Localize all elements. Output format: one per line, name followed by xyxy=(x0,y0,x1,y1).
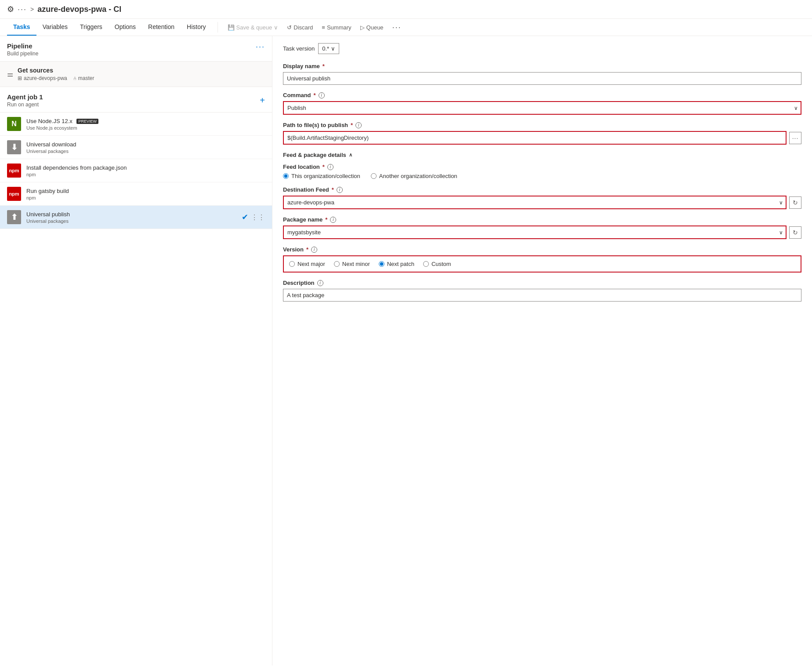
task-version-value: 0.* xyxy=(322,45,329,52)
top-bar: ⚙ ··· > azure-devops-pwa - CI xyxy=(0,0,812,19)
feed-location-another-org[interactable]: Another organization/collection xyxy=(371,173,457,179)
queue-button[interactable]: ▷ Queue xyxy=(356,22,388,33)
version-next-patch-radio[interactable] xyxy=(379,261,384,267)
feed-package-section: Feed & package details ∧ Feed location *… xyxy=(283,152,801,302)
path-to-files-input[interactable] xyxy=(283,131,787,145)
feed-location-required: * xyxy=(323,164,325,170)
description-label: Description i xyxy=(283,280,801,286)
display-name-input[interactable] xyxy=(283,72,801,85)
feed-location-label: Feed location * i xyxy=(283,164,801,170)
task-item-gatsby-build[interactable]: npm Run gatsby build npm xyxy=(0,182,272,206)
save-queue-chevron: ∨ xyxy=(274,24,278,31)
command-required: * xyxy=(314,92,316,98)
add-task-button[interactable]: + xyxy=(260,95,265,105)
feed-location-this-org[interactable]: This organization/collection xyxy=(283,173,360,179)
universal-publish-task-subtitle: Universal packages xyxy=(26,218,236,224)
command-label: Command * i xyxy=(283,92,801,98)
tab-variables[interactable]: Variables xyxy=(36,19,74,36)
task-version-row: Task version 0.* ∨ xyxy=(283,43,801,54)
destination-feed-refresh-button[interactable]: ↻ xyxy=(789,196,801,209)
feed-location-this-org-radio[interactable] xyxy=(283,173,289,179)
version-next-minor[interactable]: Next minor xyxy=(334,261,370,267)
version-label: Version * i xyxy=(283,246,801,253)
feed-package-section-header[interactable]: Feed & package details ∧ xyxy=(283,152,801,158)
tab-triggers[interactable]: Triggers xyxy=(74,19,109,36)
package-name-refresh-button[interactable]: ↻ xyxy=(789,226,801,239)
path-more-button[interactable]: ··· xyxy=(789,132,801,144)
discard-button[interactable]: ↺ Discard xyxy=(283,22,317,33)
pipeline-title: Pipeline xyxy=(7,42,38,50)
task-actions: ✔ ⋮⋮ xyxy=(242,212,265,222)
display-name-required: * xyxy=(323,63,325,69)
feed-location-group: Feed location * i This organization/coll… xyxy=(283,164,801,179)
pkg-name-info-icon[interactable]: i xyxy=(330,217,336,223)
version-next-minor-radio[interactable] xyxy=(334,261,340,267)
dest-feed-info-icon[interactable]: i xyxy=(337,187,343,193)
install-deps-task-subtitle: npm xyxy=(26,172,265,177)
nav-more-button[interactable]: ··· xyxy=(388,20,406,35)
version-next-major-radio[interactable] xyxy=(289,261,295,267)
get-sources-label: Get sources xyxy=(18,67,94,74)
feed-location-info-icon[interactable]: i xyxy=(327,164,334,170)
get-sources-section[interactable]: ⚌ Get sources ⊞ azure-devops-pwa ⑃ maste… xyxy=(0,62,272,87)
description-info-icon[interactable]: i xyxy=(317,280,323,286)
branch-name: master xyxy=(78,75,94,81)
command-select[interactable]: Publish Download xyxy=(283,101,801,115)
command-group: Command * i Publish Download ∨ xyxy=(283,92,801,115)
tab-tasks[interactable]: Tasks xyxy=(7,19,36,36)
version-custom-radio[interactable] xyxy=(423,261,429,267)
tab-history[interactable]: History xyxy=(181,19,212,36)
repo-meta: ⊞ azure-devops-pwa xyxy=(18,75,67,81)
version-custom[interactable]: Custom xyxy=(423,261,451,267)
package-name-group: Package name * i mygatsbysite ∨ ↻ xyxy=(283,216,801,239)
branch-meta: ⑃ master xyxy=(73,75,94,81)
version-next-major[interactable]: Next major xyxy=(289,261,325,267)
save-queue-button[interactable]: 💾 Save & queue ∨ xyxy=(223,22,283,33)
save-icon: 💾 xyxy=(228,24,235,31)
task-version-select[interactable]: 0.* ∨ xyxy=(318,43,339,54)
command-info-icon[interactable]: i xyxy=(319,92,325,98)
universal-publish-task-name: Universal publish xyxy=(26,211,236,218)
pkg-name-required: * xyxy=(325,216,327,223)
description-group: Description i xyxy=(283,280,801,302)
version-next-patch[interactable]: Next patch xyxy=(379,261,414,267)
path-input-wrap: ··· xyxy=(283,131,801,145)
destination-feed-select[interactable]: azure-devops-pwa xyxy=(283,196,787,209)
nav-divider xyxy=(218,22,218,33)
task-item-nodejs[interactable]: N Use Node.JS 12.x PREVIEW Use Node.js e… xyxy=(0,113,272,136)
section-chevron-icon: ∧ xyxy=(349,152,352,158)
breadcrumb-dots[interactable]: ··· xyxy=(18,5,27,14)
pipeline-dots-button[interactable]: ··· xyxy=(256,42,265,51)
command-select-wrap: Publish Download ∨ xyxy=(283,101,801,115)
destination-feed-label: Destination Feed * i xyxy=(283,186,801,193)
nodejs-task-subtitle: Use Node.js ecosystem xyxy=(26,125,265,131)
gatsby-build-icon: npm xyxy=(7,187,21,201)
repo-icon: ⊞ xyxy=(18,75,22,81)
package-name-select[interactable]: mygatsbysite xyxy=(283,225,787,239)
feed-location-another-org-radio[interactable] xyxy=(371,173,377,179)
get-sources-info: Get sources ⊞ azure-devops-pwa ⑃ master xyxy=(18,67,94,81)
pipeline-info: Pipeline Build pipeline xyxy=(7,42,38,57)
task-item-universal-publish[interactable]: ⬆ Universal publish Universal packages ✔… xyxy=(0,206,272,229)
task-item-install-deps[interactable]: npm Install dependencies from package.js… xyxy=(0,159,272,182)
nav-tabs: Tasks Variables Triggers Options Retenti… xyxy=(0,19,812,36)
package-name-label: Package name * i xyxy=(283,216,801,223)
page-title: azure-devops-pwa - CI xyxy=(37,5,121,14)
universal-download-icon: ⬇ xyxy=(7,140,21,154)
nodejs-task-name: Use Node.JS 12.x PREVIEW xyxy=(26,118,265,124)
tab-options[interactable]: Options xyxy=(109,19,142,36)
task-version-label: Task version xyxy=(283,45,315,52)
destination-feed-wrap: azure-devops-pwa ∨ ↻ xyxy=(283,196,801,209)
task-grip-icon: ⋮⋮ xyxy=(251,213,265,222)
path-info-icon[interactable]: i xyxy=(355,122,362,128)
version-radio-group: Next major Next minor Next patch Custom xyxy=(283,255,801,273)
universal-download-info: Universal download Universal packages xyxy=(26,141,265,154)
description-input[interactable] xyxy=(283,289,801,302)
tab-retention[interactable]: Retention xyxy=(142,19,181,36)
gatsby-build-info: Run gatsby build npm xyxy=(26,188,265,200)
dest-feed-required: * xyxy=(332,186,334,193)
display-name-label: Display name * xyxy=(283,63,801,69)
version-info-icon[interactable]: i xyxy=(311,247,317,253)
summary-button[interactable]: ≡ Summary xyxy=(317,22,355,33)
task-item-universal-download[interactable]: ⬇ Universal download Universal packages xyxy=(0,136,272,159)
